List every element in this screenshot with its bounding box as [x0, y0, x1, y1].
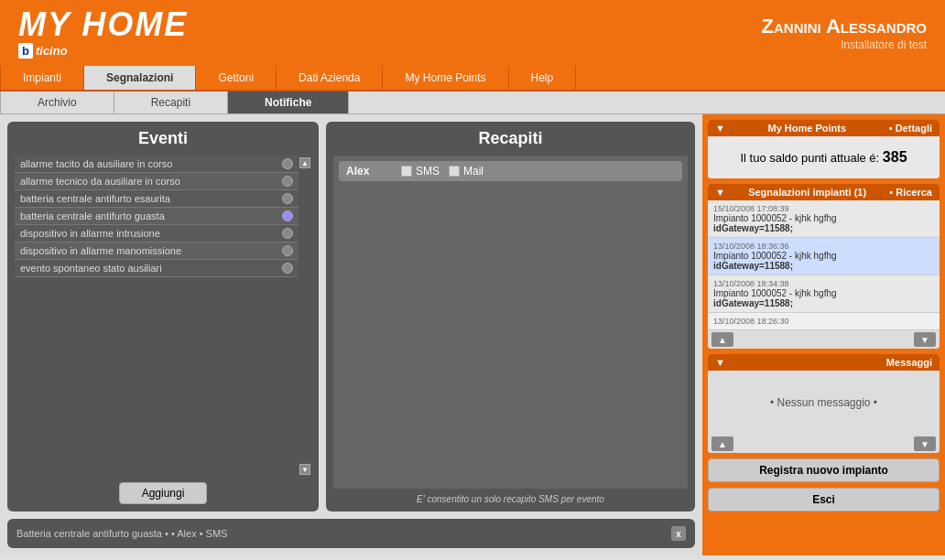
seg-content: Impianto 1000052 - kjhk hgfhg — [713, 288, 934, 298]
close-btn[interactable]: x — [671, 526, 686, 541]
recapiti-inner: Alex SMS Mail — [333, 156, 688, 489]
mail-checkbox-group[interactable]: Mail — [449, 165, 483, 178]
seg-item[interactable]: 13/10/2008 18:26:30 — [708, 313, 940, 330]
points-body-text: Il tuo saldo punti attuale é: — [740, 151, 879, 165]
subnav-archivio[interactable]: Archivio — [0, 92, 114, 113]
logo-sub: b ticino — [18, 43, 68, 59]
content-area: Eventi allarme tacito da ausiliare in co… — [0, 114, 702, 555]
event-item[interactable]: batteria centrale antifurto esaurita — [15, 190, 299, 208]
seg-content: Impianto 1000052 - kjhk hgfhg — [713, 213, 934, 223]
messaggi-nav: ▲ ▼ — [708, 435, 940, 453]
seg-timestamp: 13/10/2008 18:36:36 — [713, 242, 934, 251]
scroll-up-btn[interactable]: ▲ — [299, 157, 310, 168]
messaggi-panel-header: ▼ Messaggi — [708, 354, 940, 371]
logo-ticino: ticino — [36, 44, 68, 58]
seg-triangle: ▼ — [715, 187, 725, 198]
nav-impianti[interactable]: Impianti — [0, 66, 84, 90]
seg-next-btn[interactable]: ▼ — [914, 332, 936, 347]
messaggi-body: • Nessun messaggio • — [708, 371, 940, 435]
events-list: allarme tacito da ausiliare in corso all… — [15, 156, 299, 277]
logo-b: b — [18, 43, 33, 59]
seg-header-label: Segnalazioni impianti (1) — [748, 187, 866, 198]
subnav-recapiti[interactable]: Recapiti — [114, 92, 228, 113]
subnav-notifiche[interactable]: Notifiche — [228, 92, 349, 113]
seg-nav: ▲ ▼ — [708, 330, 940, 349]
nav-gettoni[interactable]: Gettoni — [196, 66, 277, 90]
user-name: Zannini Alessandro — [762, 15, 927, 38]
event-item[interactable]: allarme tecnico da ausiliare in corso — [15, 173, 299, 190]
seg-item[interactable]: 15/10/2008 17:08:39Impianto 1000052 - kj… — [708, 200, 940, 238]
main-layout: Eventi allarme tacito da ausiliare in co… — [0, 114, 945, 555]
events-scroll-container: allarme tacito da ausiliare in corso all… — [15, 156, 311, 477]
nav-segnalazioni[interactable]: Segnalazioni — [84, 66, 196, 90]
points-detail-label[interactable]: • Dettagli — [889, 123, 932, 134]
recapiti-title: Recapiti — [333, 129, 688, 148]
sub-nav: Archivio Recapiti Notifiche — [0, 92, 945, 114]
seg-search-label[interactable]: • Ricerca — [889, 187, 932, 198]
events-panel: Eventi allarme tacito da ausiliare in co… — [7, 122, 319, 512]
logo-text: MY HOME — [18, 8, 188, 41]
sms-checkbox-group[interactable]: SMS — [401, 165, 440, 178]
msg-prev-btn[interactable]: ▲ — [711, 436, 733, 451]
seg-content-bold: idGateway=11588; — [713, 223, 934, 233]
seg-content: Impianto 1000052 - kjhk hgfhg — [713, 251, 934, 261]
points-panel-body: Il tuo saldo punti attuale é: 385 — [708, 136, 940, 178]
add-button[interactable]: Aggiungi — [119, 482, 208, 504]
event-item[interactable]: allarme tacito da ausiliare in corso — [15, 156, 299, 173]
seg-timestamp: 13/10/2008 18:34:38 — [713, 279, 934, 288]
points-panel: ▼ My Home Points • Dettagli Il tuo saldo… — [708, 120, 940, 178]
recapiti-name: Alex — [346, 165, 392, 178]
points-header-label: My Home Points — [768, 123, 847, 134]
segnalazioni-list: 15/10/2008 17:08:39Impianto 1000052 - kj… — [708, 200, 940, 330]
bottom-bar-text: Batteria centrale antifurto guasta • • A… — [16, 528, 227, 539]
segnalazioni-panel-header: ▼ Segnalazioni impianti (1) • Ricerca — [708, 184, 940, 200]
points-header-triangle: ▼ — [715, 123, 725, 134]
bottom-bar: Batteria centrale antifurto guasta • • A… — [7, 519, 695, 548]
scroll-down-btn[interactable]: ▼ — [299, 464, 310, 475]
nav-my-home-points[interactable]: My Home Points — [383, 66, 508, 90]
events-items-wrapper: allarme tacito da ausiliare in corso all… — [15, 156, 299, 477]
register-button[interactable]: Registra nuovo impianto — [708, 458, 940, 482]
messaggi-panel: ▼ Messaggi • Nessun messaggio • ▲ ▼ — [708, 354, 940, 453]
event-item[interactable]: batteria centrale antifurto guasta — [15, 208, 299, 225]
points-number: 385 — [883, 149, 907, 165]
points-text: Il tuo saldo punti attuale é: 385 — [715, 142, 932, 173]
points-panel-header: ▼ My Home Points • Dettagli — [708, 120, 940, 136]
seg-content-bold: idGateway=11588; — [713, 261, 934, 271]
mail-label: Mail — [463, 165, 483, 178]
seg-item[interactable]: 13/10/2008 18:34:38Impianto 1000052 - kj… — [708, 275, 940, 313]
recapiti-row: Alex SMS Mail — [339, 161, 682, 181]
msg-next-btn[interactable]: ▼ — [914, 436, 936, 451]
logo-area: MY HOME b ticino — [18, 8, 188, 59]
mail-checkbox[interactable] — [449, 166, 460, 177]
event-item[interactable]: evento spontaneo stato ausiliari — [15, 260, 299, 277]
sms-checkbox[interactable] — [401, 166, 412, 177]
header: MY HOME b ticino Zannini Alessandro Inst… — [0, 0, 945, 66]
events-scrollbar[interactable]: ▲ ▼ — [299, 156, 311, 477]
segnalazioni-panel: ▼ Segnalazioni impianti (1) • Ricerca 15… — [708, 184, 940, 349]
sidebar: ▼ My Home Points • Dettagli Il tuo saldo… — [702, 114, 945, 555]
msg-triangle: ▼ — [715, 357, 725, 368]
events-title: Eventi — [15, 129, 311, 148]
seg-content-bold: idGateway=11588; — [713, 298, 934, 308]
nav-help[interactable]: Help — [509, 66, 577, 90]
recapiti-note: E' consentito un solo recapito SMS per e… — [333, 489, 688, 504]
seg-timestamp: 15/10/2008 17:08:39 — [713, 204, 934, 213]
nav-bar: Impianti Segnalazioni Gettoni Dati Azien… — [0, 66, 945, 92]
event-item[interactable]: dispositivo in allarme manomissione — [15, 242, 299, 260]
user-role: Installatore di test — [762, 38, 927, 51]
nav-dati-azienda[interactable]: Dati Azienda — [277, 66, 383, 90]
exit-button[interactable]: Esci — [708, 488, 940, 512]
messaggi-text: • Nessun messaggio • — [770, 396, 877, 409]
recapiti-panel: Recapiti Alex SMS Mail E' consentito un … — [326, 122, 695, 512]
seg-item[interactable]: 13/10/2008 18:36:36Impianto 1000052 - kj… — [708, 238, 940, 275]
msg-header-label: Messaggi — [886, 357, 932, 368]
seg-prev-btn[interactable]: ▲ — [711, 332, 733, 347]
user-info: Zannini Alessandro Installatore di test — [762, 15, 927, 51]
sms-label: SMS — [416, 165, 440, 178]
top-panels: Eventi allarme tacito da ausiliare in co… — [7, 122, 695, 512]
seg-timestamp: 13/10/2008 18:26:30 — [713, 317, 934, 326]
event-item[interactable]: dispositivo in allarme intrusione — [15, 225, 299, 242]
